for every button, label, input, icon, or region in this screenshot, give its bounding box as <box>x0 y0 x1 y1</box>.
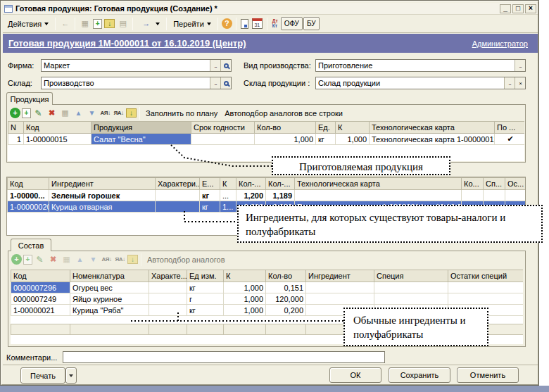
cell-nomenclature[interactable]: Яйцо куриное <box>70 293 149 305</box>
cell-spice[interactable] <box>374 282 448 293</box>
col-header-k[interactable]: К <box>224 270 266 282</box>
document-structure-icon[interactable] <box>241 19 248 29</box>
cell-k[interactable]: 1,000 <box>336 134 370 145</box>
col-header-nomenclature[interactable]: Номенклатура <box>70 270 149 282</box>
cell-qty[interactable]: 1,000 <box>255 134 316 145</box>
production-type-input[interactable] <box>316 60 515 71</box>
cell-k[interactable]: 1... <box>220 201 236 213</box>
col-header-code[interactable]: Код <box>11 270 70 282</box>
help-icon[interactable]: ? <box>222 18 232 29</box>
col-header-qty2[interactable]: Кол-... <box>266 178 295 190</box>
fill-by-plan-button[interactable]: Заполнить по плану <box>142 109 221 118</box>
firm-input[interactable] <box>42 60 210 71</box>
col-header-sp[interactable]: Сп... <box>484 178 505 190</box>
col-header-qty[interactable]: Кол-во <box>255 122 316 134</box>
edit-row-icon[interactable]: ✎ <box>32 108 44 119</box>
col-header-unit[interactable]: Ед. <box>316 122 336 134</box>
col-header-os[interactable]: Ос... <box>505 178 526 190</box>
cell-tech-card[interactable] <box>295 190 462 201</box>
col-header-tech-card[interactable]: Технологическая карта <box>295 178 462 190</box>
cell-qty[interactable]: 0,200 <box>266 305 306 316</box>
checkmark-icon[interactable]: ✔ <box>495 134 525 145</box>
cell-k[interactable]: 1,000 <box>224 305 266 316</box>
bu-toggle-button[interactable]: БУ <box>303 17 320 30</box>
comment-input[interactable] <box>63 352 384 362</box>
cell-unit[interactable]: кг <box>200 190 220 201</box>
ellipsis-button[interactable]: ... <box>210 77 220 89</box>
minimize-button[interactable]: _ <box>500 4 511 13</box>
col-header-ko[interactable]: Ко... <box>462 178 484 190</box>
cell-k[interactable]: 1,000 <box>224 293 266 305</box>
cell-ingredient[interactable]: Курица отварная <box>49 201 156 213</box>
delete-row-icon[interactable]: ✖ <box>47 254 59 265</box>
col-header-n[interactable]: N <box>8 122 24 134</box>
col-header-product[interactable]: Продукция <box>92 122 191 134</box>
pick-icon[interactable]: ↓ <box>127 255 138 264</box>
table-row[interactable]: 1 1-00000015 Салат "Весна" 1,000 кг 1,00… <box>8 134 525 145</box>
cell-unit[interactable]: г <box>187 293 224 305</box>
cell-qty[interactable]: 0,151 <box>266 282 306 293</box>
cell-n[interactable]: 1 <box>8 134 24 145</box>
cell-tech-card[interactable]: Технологическая карта 1-00000012... <box>370 134 495 145</box>
cell-ko[interactable] <box>462 190 484 201</box>
sort-asc-icon[interactable]: АЯ↓ <box>99 108 111 119</box>
cell-product-selected[interactable]: Салат "Весна" <box>92 134 191 145</box>
table-row[interactable]: 0000007296 Огурец вес кг 1,000 0,151 <box>11 282 524 293</box>
autoselect-analogs-all-rows-button[interactable]: Автоподбор аналогов все строки <box>221 109 346 118</box>
maximize-button[interactable]: □ <box>512 4 524 13</box>
col-header-characteristic[interactable]: Характе... <box>149 270 187 282</box>
cell-qty[interactable]: 120,000 <box>266 293 306 305</box>
warehouse-input[interactable] <box>42 77 210 89</box>
copy-row-icon[interactable]: + <box>22 108 31 118</box>
tab-sostav[interactable]: Состав <box>11 239 51 251</box>
cell-code[interactable]: 1-00000021 <box>11 305 70 316</box>
delete-row-icon[interactable]: ✖ <box>46 108 58 119</box>
ofu-toggle-button[interactable]: ОФУ <box>281 17 303 30</box>
search-button[interactable] <box>220 60 231 71</box>
pick-icon[interactable]: ↓ <box>126 108 137 118</box>
col-header-k[interactable]: К <box>220 178 236 190</box>
ellipsis-button[interactable]: ... <box>210 60 220 71</box>
cell-spice-rest[interactable] <box>448 282 524 293</box>
cell-sp[interactable] <box>484 190 505 201</box>
search-button[interactable] <box>220 77 231 89</box>
col-header-unit[interactable]: Ед изм. <box>187 270 224 282</box>
cell-qty2[interactable]: 1,189 <box>266 190 295 201</box>
cell-spice[interactable] <box>374 293 448 305</box>
cell-characteristic[interactable] <box>156 201 200 213</box>
cell-unit[interactable]: кг <box>187 305 224 316</box>
cell-os[interactable] <box>505 190 526 201</box>
cell-code[interactable]: 1-00000015 <box>24 134 92 145</box>
cell-nomenclature[interactable]: Огурец вес <box>70 282 149 293</box>
move-up-icon[interactable]: ▲ <box>74 254 86 265</box>
cell-characteristic[interactable] <box>149 282 187 293</box>
accounting-dtkt-icon[interactable]: Дт Кт <box>272 19 278 28</box>
table-row[interactable]: 1-00000... Зеленый горошек кг ... 1,200 … <box>8 190 526 201</box>
col-header-flag[interactable]: По ... <box>495 122 525 134</box>
cell-code-selected[interactable]: 0000007296 <box>11 282 70 293</box>
cell-code[interactable]: 1-00000020 <box>8 201 49 213</box>
cell-ingredient[interactable]: Зеленый горошек <box>49 190 156 201</box>
cell-spice-rest[interactable] <box>448 293 524 305</box>
cell-shelf-life[interactable] <box>191 134 255 145</box>
actions-menu-button[interactable]: Действия <box>4 17 52 31</box>
col-header-ingredient[interactable]: Ингредиент <box>306 270 374 282</box>
close-button[interactable]: × <box>525 4 536 13</box>
cell-characteristic[interactable] <box>156 190 200 201</box>
col-header-shelf-life[interactable]: Срок годности <box>191 122 255 134</box>
cell-nomenclature[interactable]: Курица "Ряба" <box>70 305 149 316</box>
cell-unit[interactable]: кг <box>316 134 336 145</box>
col-header-spice[interactable]: Специя <box>374 270 448 282</box>
col-header-spice-rest[interactable]: Остатки специй <box>448 270 524 282</box>
print-button[interactable]: Печать <box>20 367 65 384</box>
copy-document-icon[interactable]: + <box>93 19 102 29</box>
sort-desc-icon[interactable]: ЯА↓ <box>114 254 126 265</box>
move-down-icon[interactable]: ▼ <box>87 254 99 265</box>
tab-products[interactable]: Продукция <box>6 92 53 105</box>
cell-characteristic[interactable] <box>149 293 187 305</box>
clear-icon[interactable]: × <box>515 77 525 89</box>
copy-row-icon[interactable]: + <box>23 255 32 265</box>
cell-qty1[interactable]: 1,200 <box>236 190 266 201</box>
cell-ingredient[interactable] <box>306 293 374 305</box>
save-button[interactable]: Сохранить <box>389 367 450 383</box>
